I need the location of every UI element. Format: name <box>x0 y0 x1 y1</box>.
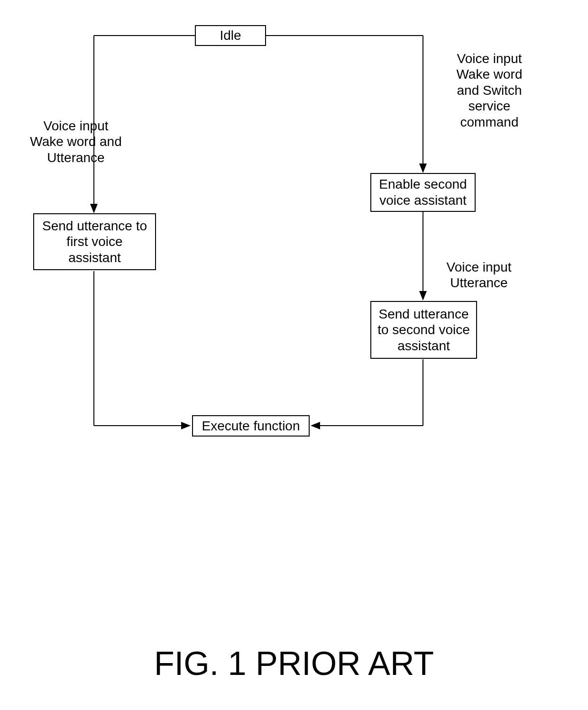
box-send-first: Send utterance to first voice assistant <box>33 213 156 270</box>
diagram-container: Idle Send utterance to first voice assis… <box>0 0 588 710</box>
figure-caption-text: FIG. 1 PRIOR ART <box>154 645 434 682</box>
box-enable-second: Enable second voice assistant <box>370 173 476 212</box>
box-send-second-text: Send utterance to second voice assistant <box>377 306 470 354</box>
label-right-mid-edge: Voice input Utterance <box>432 243 526 291</box>
box-idle: Idle <box>195 25 266 46</box>
label-right-top-edge: Voice input Wake word and Switch service… <box>442 35 537 130</box>
box-enable-second-text: Enable second voice assistant <box>379 176 467 208</box>
label-right-mid-edge-text: Voice input Utterance <box>447 260 512 291</box>
box-execute: Execute function <box>192 415 310 437</box>
box-send-second: Send utterance to second voice assistant <box>370 301 477 359</box>
figure-caption: FIG. 1 PRIOR ART <box>0 645 588 683</box>
label-left-edge-text: Voice input Wake word and Utterance <box>30 118 122 165</box>
label-left-edge: Voice input Wake word and Utterance <box>26 102 126 165</box>
box-idle-text: Idle <box>220 27 241 44</box>
box-execute-text: Execute function <box>202 418 300 434</box>
box-send-first-text: Send utterance to first voice assistant <box>42 218 147 266</box>
label-right-top-edge-text: Voice input Wake word and Switch service… <box>456 51 522 129</box>
